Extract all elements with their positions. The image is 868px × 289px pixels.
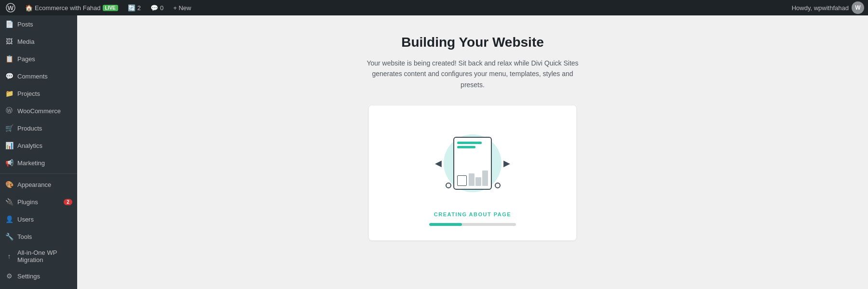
sidebar-label-media: Media — [17, 38, 72, 45]
device-bar-1 — [469, 173, 475, 186]
sidebar-label-pages: Pages — [17, 55, 72, 63]
live-badge: Live — [103, 5, 118, 11]
device-bar-3 — [482, 171, 488, 186]
device-content — [457, 151, 488, 186]
howdy-section: Howdy, wpwithfahad W — [792, 1, 864, 14]
status-label: CREATING ABOUT PAGE — [434, 211, 511, 217]
sidebar-item-marketing[interactable]: 📢Marketing — [0, 154, 77, 171]
device-square-block — [457, 175, 467, 186]
updates-count: 2 — [137, 4, 141, 12]
sidebar-label-woocommerce: WooCommerce — [17, 107, 72, 115]
sidebar-label-analytics: Analytics — [17, 142, 72, 149]
sidebar-item-settings[interactable]: ⚙Settings — [0, 267, 77, 285]
posts-icon: 📄 — [5, 20, 14, 28]
new-item[interactable]: + New — [169, 0, 195, 15]
device-bar-2 — [475, 177, 481, 186]
device-frame — [453, 137, 492, 190]
settings-icon: ⚙ — [5, 272, 14, 280]
sidebar-item-appearance[interactable]: 🎨Appearance — [0, 176, 77, 193]
progress-bar-wrap — [429, 223, 516, 226]
appearance-icon: 🎨 — [5, 180, 14, 189]
comments-item[interactable]: 💬 0 — [147, 0, 167, 15]
marketing-icon: 📢 — [5, 158, 14, 167]
users-icon: 👤 — [5, 215, 14, 223]
products-icon: 🛒 — [5, 124, 14, 132]
sidebar-item-plugins[interactable]: 🔌Plugins2 — [0, 193, 77, 210]
sidebar-label-projects: Projects — [17, 90, 72, 97]
woocommerce-icon: Ⓦ — [5, 106, 14, 115]
dot-left — [446, 183, 451, 188]
avatar[interactable]: W — [852, 1, 864, 14]
sidebar-label-users: Users — [17, 216, 72, 223]
sidebar-label-appearance: Appearance — [17, 181, 72, 188]
sidebar-label-tools: Tools — [17, 233, 72, 240]
plugins-icon: 🔌 — [5, 197, 14, 206]
sidebar-item-posts[interactable]: 📄Posts — [0, 15, 77, 33]
sidebar-item-products[interactable]: 🛒Products — [0, 119, 77, 137]
media-icon: 🖼 — [5, 37, 14, 46]
illustration: ◀ ▶ — [434, 125, 511, 202]
page-title: Building Your Website — [401, 35, 544, 50]
sidebar-item-users[interactable]: 👤Users — [0, 210, 77, 228]
sidebar-label-products: Products — [17, 125, 72, 132]
site-name-label: Ecommerce with Fahad — [35, 4, 101, 12]
sidebar-separator — [0, 173, 77, 174]
plugins-badge: 2 — [64, 199, 72, 205]
sidebar: 📄Posts🖼Media📋Pages💬Comments📁ProjectsⓌWoo… — [0, 15, 77, 289]
howdy-text: Howdy, wpwithfahad — [792, 4, 849, 12]
sidebar-label-settings: Settings — [17, 273, 72, 280]
comments-icon: 💬 — [5, 72, 14, 80]
new-label: + New — [173, 4, 191, 12]
sidebar-item-tools[interactable]: 🔧Tools — [0, 228, 77, 245]
device-bars — [469, 171, 488, 186]
site-name-item[interactable]: 🏠 Ecommerce with Fahad Live — [21, 0, 122, 15]
sidebar-label-comments: Comments — [17, 73, 72, 80]
sidebar-item-media[interactable]: 🖼Media — [0, 33, 77, 50]
arrow-left-icon: ◀ — [435, 158, 442, 169]
allinone-icon: ↑ — [5, 252, 14, 261]
wp-logo-icon[interactable]: W — [4, 1, 17, 14]
comments-count: 0 — [160, 4, 163, 12]
sidebar-item-projects[interactable]: 📁Projects — [0, 85, 77, 102]
site-icon: 🏠 — [25, 4, 33, 12]
dot-right — [495, 183, 501, 188]
progress-fill — [429, 223, 462, 226]
sidebar-item-pages[interactable]: 📋Pages — [0, 50, 77, 67]
main-content: Building Your Website Your website is be… — [77, 15, 868, 289]
sidebar-item-allinone[interactable]: ↑All-in-One WP Migration — [0, 245, 77, 267]
sidebar-label-allinone: All-in-One WP Migration — [17, 249, 72, 263]
admin-bar: W 🏠 Ecommerce with Fahad Live 🔄 2 💬 0 + … — [0, 0, 868, 15]
updates-item[interactable]: 🔄 2 — [124, 0, 145, 15]
sidebar-item-woocommerce[interactable]: ⓌWooCommerce — [0, 102, 77, 119]
page-subtitle: Your website is being created! Sit back … — [366, 58, 579, 90]
sidebar-label-marketing: Marketing — [17, 159, 72, 167]
sidebar-label-posts: Posts — [17, 21, 72, 28]
updates-icon: 🔄 — [128, 4, 136, 12]
arrow-right-icon: ▶ — [503, 158, 510, 169]
comments-icon: 💬 — [150, 4, 158, 12]
pages-icon: 📋 — [5, 54, 14, 63]
sidebar-label-plugins: Plugins — [17, 198, 60, 206]
device-line-2 — [457, 146, 475, 148]
projects-icon: 📁 — [5, 89, 14, 98]
device-line-1 — [457, 142, 482, 144]
analytics-icon: 📊 — [5, 141, 14, 150]
sidebar-item-comments[interactable]: 💬Comments — [0, 67, 77, 85]
build-card: ◀ ▶ — [369, 105, 576, 240]
sidebar-item-analytics[interactable]: 📊Analytics — [0, 137, 77, 154]
tools-icon: 🔧 — [5, 232, 14, 241]
svg-text:W: W — [8, 4, 14, 12]
